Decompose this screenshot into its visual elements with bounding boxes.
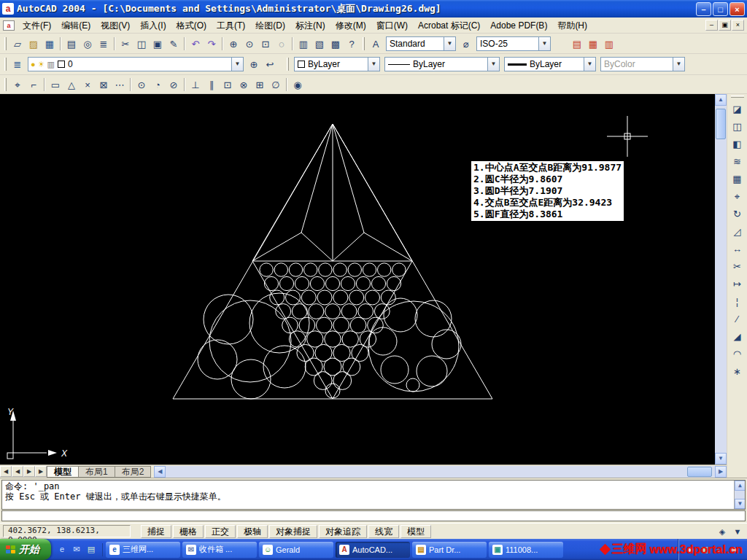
snap-center-icon[interactable]: ⊙ bbox=[133, 77, 150, 93]
copy-object-icon[interactable]: ◫ bbox=[729, 118, 746, 134]
tab-layout1[interactable]: 布局1 bbox=[79, 466, 115, 478]
stretch-icon[interactable]: ↔ bbox=[729, 241, 746, 257]
snap-node-icon[interactable]: ⊗ bbox=[236, 77, 252, 93]
tab-model[interactable]: 模型 bbox=[47, 466, 79, 478]
status-toggle-button[interactable]: 对象捕捉 bbox=[269, 525, 317, 538]
chevron-down-icon[interactable]: ▼ bbox=[584, 58, 595, 71]
taskbar-task-button[interactable]: AAutoCAD... bbox=[336, 542, 410, 558]
scale-icon[interactable]: ◿ bbox=[729, 223, 746, 239]
qnew-icon[interactable]: ▱ bbox=[9, 36, 26, 52]
command-history[interactable]: 命令: '_pan 按 Esc 或 Enter 键退出，或单击右键显示快捷菜单。… bbox=[1, 480, 746, 510]
chevron-down-icon[interactable]: ▼ bbox=[538, 37, 550, 50]
tab-layout2[interactable]: 布局2 bbox=[115, 466, 152, 478]
scroll-down-icon[interactable]: ▼ bbox=[735, 499, 746, 509]
status-toggle-button[interactable]: 正交 bbox=[205, 525, 236, 538]
snap-apparent-intersection-icon[interactable]: ⊠ bbox=[96, 77, 112, 93]
taskbar-task-button[interactable]: ▣111008... bbox=[489, 542, 563, 558]
scroll-up-icon[interactable]: ▲ bbox=[735, 481, 746, 491]
pdf-review-icon[interactable]: ▥ bbox=[601, 36, 617, 52]
outlook-quick-icon[interactable]: ✉ bbox=[70, 543, 83, 556]
status-toggle-button[interactable]: 极轴 bbox=[237, 525, 268, 538]
menu-file[interactable]: 文件(F) bbox=[18, 18, 56, 33]
linetype-combo[interactable]: ByLayer ▼ bbox=[384, 57, 500, 71]
dim-style-manager-icon[interactable]: ⌀ bbox=[458, 36, 474, 52]
status-toggle-button[interactable]: 线宽 bbox=[368, 525, 399, 538]
undo-icon[interactable]: ↶ bbox=[187, 36, 204, 52]
cut-icon[interactable]: ✂ bbox=[117, 36, 133, 52]
ie-quick-icon[interactable]: e bbox=[55, 543, 69, 556]
tab-first-icon[interactable]: ◀ bbox=[0, 466, 12, 477]
snap-extension-icon[interactable]: ⋯ bbox=[112, 77, 128, 93]
zoom-window-icon[interactable]: ⊡ bbox=[258, 36, 274, 52]
pan-icon[interactable]: ⊕ bbox=[225, 36, 241, 52]
tool-palettes-icon[interactable]: ▩ bbox=[328, 36, 344, 52]
menu-view[interactable]: 视图(V) bbox=[96, 18, 135, 33]
status-toggle-button[interactable]: 捕捉 bbox=[141, 525, 171, 538]
taskbar-task-button[interactable]: ✉收件箱 ... bbox=[182, 542, 257, 558]
menu-help[interactable]: 帮助(H) bbox=[552, 18, 592, 33]
command-scrollbar[interactable]: ▲ ▼ bbox=[734, 481, 745, 509]
chevron-down-icon[interactable]: ▼ bbox=[487, 58, 499, 71]
command-input[interactable] bbox=[1, 510, 746, 521]
toolbar-grip[interactable] bbox=[4, 78, 7, 91]
publish-icon[interactable]: ≣ bbox=[96, 36, 112, 52]
text-style-manager-icon[interactable]: A bbox=[368, 36, 384, 52]
toolbar-grip[interactable] bbox=[731, 96, 744, 98]
status-toggle-button[interactable]: 模型 bbox=[400, 525, 431, 538]
acrobat-comment-icon[interactable]: ▤ bbox=[569, 36, 585, 52]
mdi-restore-button[interactable]: ▣ bbox=[719, 20, 731, 31]
help-icon[interactable]: ? bbox=[344, 36, 360, 52]
menu-window[interactable]: 窗口(W) bbox=[371, 18, 413, 33]
paste-icon[interactable]: ▣ bbox=[150, 36, 166, 52]
menu-adobe-pdf[interactable]: Adobe PDF(B) bbox=[485, 18, 552, 33]
mdi-minimize-button[interactable]: – bbox=[705, 20, 718, 31]
menu-draw[interactable]: 绘图(D) bbox=[250, 18, 290, 33]
snap-midpoint-icon[interactable]: △ bbox=[63, 77, 80, 93]
save-icon[interactable]: ▦ bbox=[42, 36, 58, 52]
layer-thaw-sun-icon[interactable]: ☀ bbox=[38, 60, 45, 69]
menu-acrobat-markup[interactable]: Acrobat 标记(C) bbox=[413, 18, 485, 33]
toolbar-grip[interactable] bbox=[363, 37, 365, 50]
tab-next-icon[interactable]: ▶ bbox=[23, 466, 35, 477]
redo-icon[interactable]: ↷ bbox=[204, 36, 220, 52]
menu-dimension[interactable]: 标注(N) bbox=[290, 18, 330, 33]
toolbar-grip[interactable] bbox=[4, 37, 7, 50]
show-desktop-icon[interactable]: ▤ bbox=[85, 543, 98, 556]
snap-parallel-icon[interactable]: ∥ bbox=[204, 77, 220, 93]
dim-style-combo[interactable]: ISO-25 ▼ bbox=[476, 36, 551, 51]
erase-icon[interactable]: ◪ bbox=[729, 101, 746, 117]
plot-preview-icon[interactable]: ◎ bbox=[80, 36, 96, 52]
menu-insert[interactable]: 插入(I) bbox=[135, 18, 171, 33]
taskbar-task-button[interactable]: ☺Gerald bbox=[259, 542, 333, 558]
snap-insert-icon[interactable]: ⊡ bbox=[220, 77, 236, 93]
taskbar-task-button[interactable]: ▤Part Dr... bbox=[412, 542, 487, 558]
restore-button[interactable]: □ bbox=[713, 2, 728, 16]
chamfer-icon[interactable]: ◢ bbox=[729, 328, 746, 344]
adobe-pdf-icon[interactable]: ▦ bbox=[585, 36, 601, 52]
communication-center-icon[interactable]: ◈ bbox=[716, 525, 729, 538]
snap-quadrant-icon[interactable]: ◔ bbox=[150, 77, 166, 93]
status-toggle-button[interactable]: 栅格 bbox=[173, 525, 204, 538]
layer-combo[interactable]: ● ☀ ▥ 0 ▼ bbox=[28, 57, 244, 71]
temp-track-point-icon[interactable]: ⌖ bbox=[9, 77, 26, 93]
snap-none-icon[interactable]: ∅ bbox=[268, 77, 284, 93]
copy-icon[interactable]: ◫ bbox=[133, 36, 150, 52]
trim-icon[interactable]: ✂ bbox=[729, 258, 746, 274]
measurement-annotation[interactable]: 1.中心点A至交点B距离为91.9877 2.圆C半径为9.8607 3.圆D半… bbox=[471, 161, 624, 221]
minimize-button[interactable]: – bbox=[696, 2, 711, 16]
layer-properties-icon[interactable]: ≣ bbox=[9, 56, 26, 72]
layer-previous-icon[interactable]: ↩ bbox=[262, 56, 278, 72]
snap-from-icon[interactable]: ⌐ bbox=[26, 77, 42, 93]
toolbar-grip[interactable] bbox=[287, 58, 289, 71]
make-object-layer-current-icon[interactable]: ⊕ bbox=[246, 56, 262, 72]
tab-last-icon[interactable]: ▶ bbox=[35, 466, 47, 477]
open-icon[interactable]: ▨ bbox=[26, 36, 42, 52]
tab-prev-icon[interactable]: ◀ bbox=[12, 466, 23, 477]
color-combo[interactable]: ByLayer ▼ bbox=[294, 57, 380, 71]
taskbar-task-button[interactable]: e三维网... bbox=[106, 542, 180, 558]
fillet-icon[interactable]: ◠ bbox=[729, 346, 746, 362]
snap-endpoint-icon[interactable]: ▭ bbox=[47, 77, 63, 93]
explode-icon[interactable]: ∗ bbox=[729, 363, 746, 379]
extend-icon[interactable]: ↦ bbox=[729, 276, 746, 292]
close-button[interactable]: × bbox=[729, 2, 745, 16]
